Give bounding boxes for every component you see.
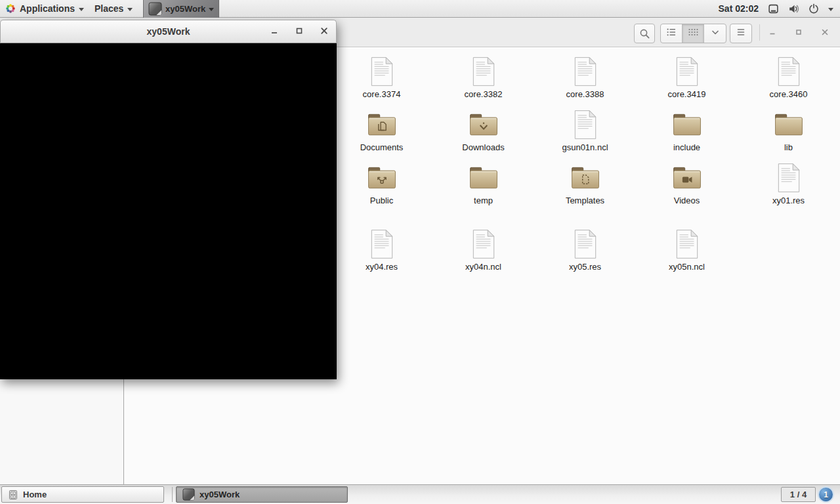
- active-window-label: xy05Work: [165, 4, 205, 14]
- workspace-badge[interactable]: 1: [818, 486, 834, 503]
- file-grid-row: core.3374core.3382core.3388core.3419core…: [331, 52, 840, 106]
- file-label: xy04.res: [366, 262, 398, 272]
- text-file-icon: [675, 228, 700, 261]
- minimize-icon: [269, 26, 280, 39]
- tasklist-handle[interactable]: [172, 487, 173, 502]
- applications-menu[interactable]: Applications: [0, 0, 89, 17]
- graphics-canvas: [0, 43, 337, 379]
- file-label: xy04n.ncl: [465, 262, 501, 272]
- active-window-menu[interactable]: xy05Work: [143, 0, 219, 18]
- workspace-indicator[interactable]: 1 / 4: [781, 487, 816, 502]
- places-label: Places: [94, 3, 123, 14]
- files-close-button[interactable]: [817, 26, 833, 41]
- power-icon[interactable]: [808, 3, 819, 14]
- window-icon: [148, 2, 162, 16]
- file-label: xy05.res: [569, 262, 601, 272]
- volume-icon[interactable]: [788, 3, 799, 14]
- file-label: xy05n.ncl: [669, 262, 705, 272]
- file-label: Templates: [566, 196, 604, 205]
- caret-down-icon: [127, 8, 133, 11]
- task-label: Home: [23, 490, 47, 499]
- file-label: xy01.res: [772, 196, 805, 205]
- task-button-xy05work[interactable]: xy05Work: [176, 486, 348, 503]
- app-close-button[interactable]: [316, 24, 333, 41]
- file-item[interactable]: xy01.res: [738, 159, 839, 212]
- file-item[interactable]: xy04.res: [331, 225, 432, 278]
- app-maximize-button[interactable]: [291, 24, 308, 41]
- file-item[interactable]: Documents: [331, 106, 432, 159]
- folder-icon: [367, 161, 397, 194]
- file-grid-row: xy04.resxy04n.nclxy05.resxy05n.ncl: [331, 225, 840, 278]
- file-label: core.3460: [770, 89, 808, 99]
- clock[interactable]: Sat 02:02: [719, 3, 759, 14]
- text-file-icon: [573, 55, 598, 88]
- text-file-icon: [675, 55, 700, 88]
- file-item[interactable]: core.3374: [331, 52, 432, 106]
- file-item[interactable]: core.3419: [636, 52, 738, 106]
- folder-icon: [469, 108, 499, 141]
- minimize-icon: [767, 27, 778, 40]
- folder-icon: [570, 161, 600, 194]
- file-item[interactable]: xy04n.ncl: [432, 225, 534, 278]
- file-item[interactable]: temp: [432, 159, 534, 212]
- headerbar-separator: [759, 24, 760, 41]
- app-minimize-button[interactable]: [266, 24, 283, 41]
- view-toggle-group: [660, 24, 726, 43]
- file-label: Downloads: [462, 142, 504, 152]
- grid-view-button[interactable]: [682, 24, 704, 43]
- task-button-home[interactable]: Home: [1, 486, 164, 503]
- caret-down-icon: [209, 8, 214, 11]
- close-icon: [319, 26, 329, 39]
- file-grid: core.3374core.3382core.3388core.3419core…: [331, 52, 840, 278]
- window-title: xy05Work: [1, 20, 336, 43]
- display-icon[interactable]: [768, 3, 779, 14]
- maximize-icon: [793, 27, 804, 40]
- top-panel: Applications Places xy05Work Sat 02:02: [0, 0, 840, 18]
- text-file-icon: [471, 55, 496, 88]
- file-item[interactable]: Videos: [636, 159, 738, 212]
- search-button[interactable]: [634, 24, 655, 43]
- menu-button[interactable]: [730, 24, 752, 43]
- text-file-icon: [369, 55, 394, 88]
- files-minimize-button[interactable]: [765, 26, 780, 41]
- folder-icon: [774, 108, 804, 141]
- file-item[interactable]: Downloads: [432, 106, 534, 159]
- places-menu[interactable]: Places: [89, 0, 138, 17]
- applications-label: Applications: [20, 3, 75, 14]
- close-icon: [820, 27, 830, 40]
- file-item[interactable]: core.3388: [534, 52, 636, 106]
- file-item[interactable]: lib: [738, 106, 839, 159]
- caret-down-icon: [79, 8, 84, 11]
- hamburger-menu-icon: [735, 26, 747, 41]
- file-item[interactable]: Public: [331, 159, 432, 212]
- file-item[interactable]: core.3460: [738, 52, 839, 106]
- file-label: Public: [370, 196, 393, 205]
- file-item[interactable]: Templates: [534, 159, 636, 212]
- grid-view-icon: [687, 26, 699, 41]
- panel-status-area: Sat 02:02: [719, 0, 833, 17]
- file-label: core.3382: [465, 89, 503, 99]
- file-label: core.3388: [566, 89, 604, 99]
- maximize-icon: [294, 26, 304, 39]
- file-label: core.3419: [668, 89, 706, 99]
- folder-icon: [672, 108, 702, 141]
- list-view-button[interactable]: [661, 24, 682, 43]
- view-options-button[interactable]: [704, 24, 726, 43]
- file-item[interactable]: core.3382: [432, 52, 534, 106]
- distro-logo-icon: [5, 3, 16, 14]
- file-label: gsun01n.ncl: [562, 142, 608, 152]
- file-label: Videos: [674, 196, 700, 205]
- xy05work-titlebar[interactable]: xy05Work: [0, 20, 337, 43]
- folder-icon: [469, 161, 499, 194]
- search-icon: [639, 28, 650, 39]
- text-file-icon: [573, 228, 598, 261]
- caret-down-icon[interactable]: [828, 8, 833, 11]
- file-item[interactable]: gsun01n.ncl: [534, 106, 636, 159]
- text-file-icon: [776, 161, 801, 194]
- files-maximize-button[interactable]: [791, 26, 807, 41]
- text-file-icon: [776, 55, 801, 88]
- file-item[interactable]: xy05n.ncl: [636, 225, 738, 278]
- file-item[interactable]: include: [636, 106, 738, 159]
- bottom-panel: Home xy05Work 1 / 4 1: [0, 484, 840, 504]
- file-item[interactable]: xy05.res: [534, 225, 636, 278]
